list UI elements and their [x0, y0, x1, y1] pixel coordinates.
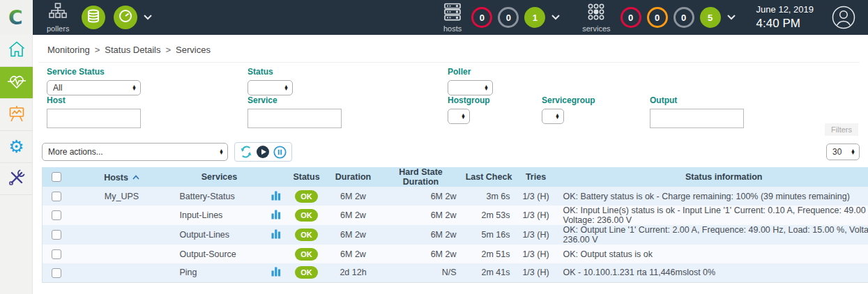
table-header-row: Hosts Services Status Duration Hard Stat…	[43, 167, 868, 187]
servicegroup-filter-label: Servicegroup	[542, 95, 595, 105]
user-avatar[interactable]	[832, 6, 855, 29]
services-label: services	[582, 24, 610, 33]
table-row: Input-Lines OK 6M 2w 6M 2w 2m 53s 1/3 (H…	[43, 206, 868, 225]
services-critical-counter[interactable]: 0	[620, 7, 641, 28]
status-filter-label: Status	[248, 67, 293, 77]
breadcrumb-monitoring[interactable]: Monitoring	[47, 45, 90, 55]
hosts-unknown-counter[interactable]: 0	[498, 7, 519, 28]
svg-text:C: C	[8, 7, 23, 28]
host-input[interactable]	[47, 109, 141, 128]
sidebar-item-monitoring[interactable]	[0, 67, 33, 99]
status-badge: OK	[295, 229, 318, 241]
host-filter-label: Host	[47, 95, 141, 105]
sidebar-item-configuration[interactable]: ⚙	[0, 131, 33, 163]
hostgroup-select[interactable]: ▲▼	[448, 109, 470, 124]
header-services[interactable]: Services	[174, 167, 266, 187]
row-checkbox[interactable]	[52, 210, 61, 220]
gear-icon: ⚙	[8, 138, 24, 155]
service-name-cell[interactable]: Output-Source	[174, 245, 266, 263]
refresh-button-group	[234, 142, 292, 162]
tries-cell: 1/3 (H)	[516, 206, 556, 225]
home-icon	[8, 40, 26, 61]
hosts-critical-counter[interactable]: 0	[471, 7, 492, 28]
chart-easel-icon	[8, 105, 26, 125]
pollers-chevron-down-icon[interactable]	[144, 15, 152, 20]
header-duration[interactable]: Duration	[327, 167, 380, 187]
clock: June 12, 2019 4:40 PM	[756, 4, 814, 31]
select-all-checkbox[interactable]	[52, 172, 61, 182]
hard-state-duration-cell: 6M 2w	[380, 206, 462, 225]
header-graph	[266, 167, 287, 187]
status-badge: OK	[295, 190, 318, 203]
more-actions-select[interactable]: More actions... ▲▼	[42, 143, 228, 161]
last-check-cell: 3m 6s	[462, 187, 516, 206]
top-bar: C pollers	[0, 0, 868, 35]
header-hard-state-duration[interactable]: Hard State Duration	[380, 167, 462, 187]
status-select[interactable]: ▲▼	[248, 80, 293, 95]
graph-icon[interactable]	[271, 212, 281, 222]
sidebar-item-home[interactable]	[0, 35, 33, 67]
poller-select[interactable]: ▲▼	[448, 80, 493, 95]
service-name-cell[interactable]: Input-Lines	[174, 206, 266, 225]
pause-button[interactable]	[273, 146, 287, 159]
services-menu[interactable]: services	[582, 3, 610, 33]
header-last-check[interactable]: Last Check	[462, 167, 516, 187]
service-filter-label: Service	[248, 95, 342, 105]
tries-cell: 1/3 (H)	[516, 225, 556, 245]
status-information-cell: OK: Output status is ok	[556, 245, 868, 263]
centreon-logo[interactable]: C	[0, 0, 33, 35]
row-checkbox[interactable]	[52, 230, 61, 240]
breadcrumb-status-details[interactable]: Status Details	[105, 45, 160, 55]
services-ok-counter[interactable]: 5	[700, 7, 721, 28]
host-name-cell[interactable]: My_UPS	[70, 187, 174, 206]
database-status-button[interactable]	[82, 6, 105, 29]
tries-cell: 1/3 (H)	[516, 187, 556, 206]
graph-icon[interactable]	[271, 193, 281, 203]
pollers-menu[interactable]: pollers	[47, 3, 69, 33]
output-input[interactable]	[650, 109, 744, 128]
host-name-cell[interactable]	[70, 225, 174, 245]
host-name-cell[interactable]	[70, 206, 174, 225]
gauge-icon	[119, 9, 132, 26]
page-size-select[interactable]: 30 ▲▼	[826, 144, 860, 160]
row-checkbox[interactable]	[52, 249, 61, 259]
status-badge: OK	[295, 209, 318, 222]
hosts-menu[interactable]: hosts	[443, 3, 462, 33]
sidebar-item-administration[interactable]	[0, 163, 33, 195]
header-tries[interactable]: Tries	[516, 167, 556, 187]
row-checkbox[interactable]	[52, 268, 61, 278]
row-checkbox[interactable]	[52, 192, 61, 201]
services-unknown-counter[interactable]: 0	[673, 7, 694, 28]
status-badge: OK	[295, 266, 318, 279]
graph-icon[interactable]	[271, 269, 281, 279]
duration-cell: 6M 2w	[327, 225, 380, 245]
hosts-label: hosts	[443, 24, 462, 33]
table-row: Output-Lines OK 6M 2w 6M 2w 5m 16s 1/3 (…	[43, 225, 868, 245]
hosts-chevron-down-icon[interactable]	[551, 15, 560, 20]
service-input[interactable]	[248, 109, 342, 128]
services-warning-counter[interactable]: 0	[647, 7, 668, 28]
status-information-cell: OK: Battery status is ok - Charge remain…	[556, 187, 868, 206]
select-stepper-icon: ▲▼	[280, 85, 289, 91]
filters-panel-tag[interactable]: Filters	[825, 123, 858, 136]
servicegroup-select[interactable]: ▲▼	[542, 109, 564, 124]
service-name-cell[interactable]: Ping	[174, 263, 266, 282]
select-stepper-icon: ▲▼	[128, 85, 137, 91]
hosts-up-counter[interactable]: 1	[524, 7, 545, 28]
play-button[interactable]	[256, 145, 270, 159]
services-chevron-down-icon[interactable]	[727, 15, 736, 20]
host-name-cell[interactable]	[70, 263, 174, 282]
graph-icon[interactable]	[271, 231, 281, 241]
header-status[interactable]: Status	[287, 167, 327, 187]
refresh-button[interactable]	[240, 146, 252, 158]
host-name-cell[interactable]	[70, 245, 174, 263]
service-name-cell[interactable]: Battery-Status	[174, 187, 266, 206]
hard-state-duration-cell: N/S	[380, 263, 462, 282]
select-stepper-icon: ▲▼	[480, 85, 489, 91]
header-hosts[interactable]: Hosts	[70, 167, 174, 187]
sidebar-item-reporting[interactable]	[0, 99, 33, 131]
service-name-cell[interactable]: Output-Lines	[174, 225, 266, 245]
header-status-information[interactable]: Status information	[556, 167, 868, 187]
service-status-select[interactable]: All ▲▼	[47, 80, 141, 95]
poller-latency-button[interactable]	[114, 6, 137, 29]
